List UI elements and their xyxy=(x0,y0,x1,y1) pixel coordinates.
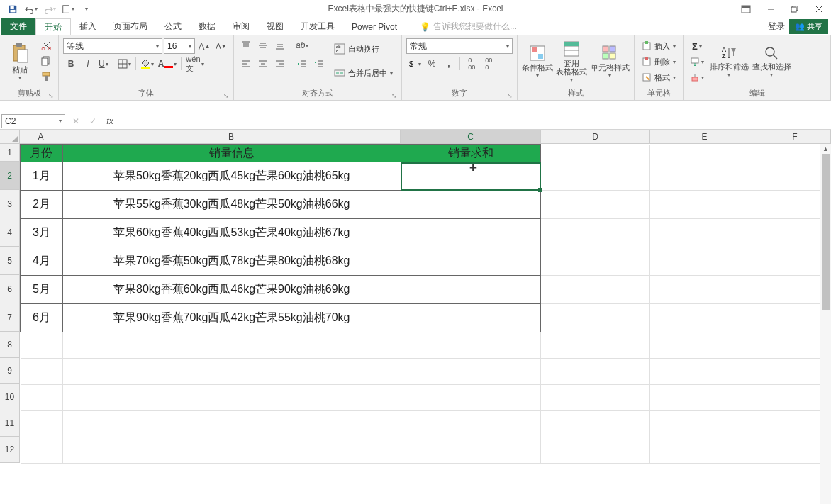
cell-D1[interactable] xyxy=(541,145,650,162)
increase-decimal-icon[interactable]: .0.00 xyxy=(463,57,479,71)
copy-icon[interactable] xyxy=(38,54,54,68)
decrease-decimal-icon[interactable]: .00.0 xyxy=(480,57,496,71)
phonetic-icon[interactable]: wén文▾ xyxy=(184,57,205,71)
cell-B3[interactable]: 苹果55kg香蕉30kg西瓜48kg芒果50kg油桃66kg xyxy=(62,191,401,219)
cell-D2[interactable] xyxy=(541,162,650,191)
cell-A3[interactable]: 2月 xyxy=(21,191,63,219)
restore-icon[interactable] xyxy=(783,1,807,17)
cell-A4[interactable]: 3月 xyxy=(21,219,63,247)
cell-E1[interactable] xyxy=(650,145,759,162)
cell-A12[interactable] xyxy=(21,437,63,464)
align-left-icon[interactable] xyxy=(238,57,254,71)
col-header-D[interactable]: D xyxy=(541,130,650,144)
cell-A6[interactable]: 5月 xyxy=(21,276,63,304)
border-icon[interactable]: ▾ xyxy=(116,57,133,71)
orientation-icon[interactable]: ab▾ xyxy=(294,38,310,52)
cell-C8[interactable] xyxy=(401,332,541,359)
cell-E3[interactable] xyxy=(650,191,759,219)
cell-B1[interactable]: 销量信息 xyxy=(62,145,401,162)
col-header-A[interactable]: A xyxy=(20,130,62,144)
cell-B11[interactable] xyxy=(62,411,401,437)
row-header-5[interactable]: 5 xyxy=(0,247,20,275)
cell-C7[interactable] xyxy=(401,304,541,332)
undo-icon[interactable]: ▾ xyxy=(23,1,40,17)
col-header-E[interactable]: E xyxy=(650,130,759,144)
tab-page-layout[interactable]: 页面布局 xyxy=(105,18,156,35)
cell-A5[interactable]: 4月 xyxy=(21,247,63,276)
new-icon[interactable]: ▾ xyxy=(60,1,77,17)
decrease-font-icon[interactable]: A▼ xyxy=(213,39,229,53)
tab-file[interactable]: 文件 xyxy=(1,18,35,35)
cell-A7[interactable]: 6月 xyxy=(21,304,63,332)
cell-E2[interactable] xyxy=(650,162,759,191)
row-header-11[interactable]: 11 xyxy=(0,410,20,437)
sort-filter-button[interactable]: AZ排序和筛选▾ xyxy=(709,38,749,85)
cell-C5[interactable] xyxy=(401,247,541,276)
login-link[interactable]: 登录 xyxy=(768,21,785,33)
number-launcher-icon[interactable]: ⤡ xyxy=(507,92,513,99)
cancel-icon[interactable]: ✕ xyxy=(69,116,82,126)
row-header-8[interactable]: 8 xyxy=(0,332,20,358)
formula-input[interactable] xyxy=(121,114,831,128)
decrease-indent-icon[interactable] xyxy=(294,57,310,71)
paste-button[interactable]: 粘贴▾ xyxy=(4,38,35,85)
font-launcher-icon[interactable]: ⤡ xyxy=(223,92,229,99)
row-header-1[interactable]: 1 xyxy=(0,144,20,162)
cell-A10[interactable] xyxy=(21,385,63,411)
align-middle-icon[interactable] xyxy=(255,38,271,52)
format-cells-button[interactable]: 格式 ▾ xyxy=(639,69,679,85)
select-all-button[interactable] xyxy=(0,130,20,144)
cell-A11[interactable] xyxy=(21,411,63,437)
cell-C12[interactable] xyxy=(401,437,541,464)
number-format-combo[interactable]: 常规▾ xyxy=(406,38,513,54)
row-header-7[interactable]: 7 xyxy=(0,303,20,332)
underline-icon[interactable]: U▾ xyxy=(97,57,110,71)
autosum-icon[interactable]: Σ▾ xyxy=(688,38,706,54)
cell-A2[interactable]: 1月 xyxy=(21,162,63,191)
cell-D9[interactable] xyxy=(541,359,650,385)
cell-A9[interactable] xyxy=(21,359,63,385)
align-right-icon[interactable] xyxy=(272,57,288,71)
align-launcher-icon[interactable]: ⤡ xyxy=(391,92,397,99)
cell-styles-button[interactable]: 单元格样式▾ xyxy=(590,38,630,85)
row-header-6[interactable]: 6 xyxy=(0,275,20,303)
cell-D5[interactable] xyxy=(541,247,650,276)
vertical-scrollbar[interactable]: ▲ ▼ xyxy=(820,144,831,504)
cell-C2[interactable] xyxy=(401,162,541,191)
align-bottom-icon[interactable] xyxy=(272,38,288,52)
delete-cells-button[interactable]: 删除 ▾ xyxy=(639,54,679,69)
tab-powerpivot[interactable]: Power Pivot xyxy=(343,18,406,35)
cell-B6[interactable]: 苹果80kg香蕉60kg西瓜46kg芒果90kg油桃69kg xyxy=(62,276,401,304)
format-as-table-button[interactable]: 套用 表格格式▾ xyxy=(556,38,587,85)
cell-C6[interactable] xyxy=(401,276,541,304)
col-header-C[interactable]: C xyxy=(401,130,541,144)
row-header-10[interactable]: 10 xyxy=(0,384,20,410)
cell-B8[interactable] xyxy=(62,332,401,359)
cell-C3[interactable] xyxy=(401,191,541,219)
cell-D10[interactable] xyxy=(541,385,650,411)
col-header-F[interactable]: F xyxy=(759,130,831,144)
cell-C10[interactable] xyxy=(401,385,541,411)
italic-icon[interactable]: I xyxy=(80,57,96,71)
cell-D6[interactable] xyxy=(541,276,650,304)
comma-style-icon[interactable]: , xyxy=(441,57,457,71)
accounting-format-icon[interactable]: $▾ xyxy=(406,57,423,71)
scroll-up-icon[interactable]: ▲ xyxy=(820,144,831,154)
cell-B4[interactable]: 苹果60kg香蕉40kg西瓜53kg芒果40kg油桃67kg xyxy=(62,219,401,247)
cell-D3[interactable] xyxy=(541,191,650,219)
font-size-combo[interactable]: 16▾ xyxy=(164,38,195,54)
row-header-9[interactable]: 9 xyxy=(0,358,20,384)
cell-E10[interactable] xyxy=(650,385,759,411)
cell-C11[interactable] xyxy=(401,411,541,437)
cell-E11[interactable] xyxy=(650,411,759,437)
insert-cells-button[interactable]: 插入 ▾ xyxy=(639,38,679,54)
fx-icon[interactable]: fx xyxy=(104,116,116,126)
share-button[interactable]: 👥共享 xyxy=(789,19,828,34)
clear-icon[interactable]: ▾ xyxy=(688,69,706,85)
cell-B9[interactable] xyxy=(62,359,401,385)
cell-C4[interactable] xyxy=(401,219,541,247)
conditional-formatting-button[interactable]: 条件格式▾ xyxy=(522,38,553,85)
cut-icon[interactable] xyxy=(38,38,54,52)
scrollbar-thumb[interactable] xyxy=(822,154,830,310)
clipboard-launcher-icon[interactable]: ⤡ xyxy=(48,92,54,99)
